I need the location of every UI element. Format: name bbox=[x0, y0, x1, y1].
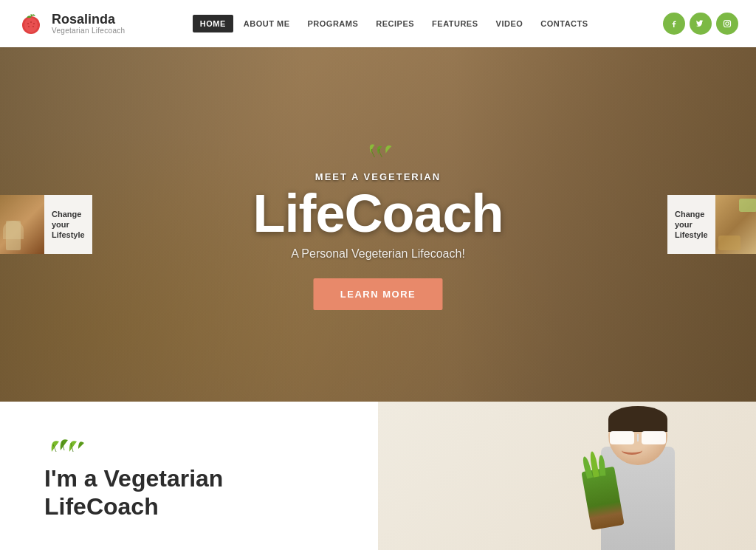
bottom-leaf-decoration bbox=[44, 431, 334, 458]
hero-title: LifeCoach bbox=[252, 187, 503, 240]
facebook-icon bbox=[670, 19, 678, 28]
bottom-right-panel bbox=[378, 402, 756, 550]
svg-point-6 bbox=[32, 26, 34, 27]
nav-contacts[interactable]: CONTACTS bbox=[533, 15, 595, 32]
bottom-title: I'm a Vegetarian LifeCoach bbox=[44, 464, 334, 521]
logo-text: Rosalinda Vegetarian Lifecoach bbox=[52, 13, 125, 35]
logo-name: Rosalinda bbox=[52, 13, 125, 27]
hero-subtitle: MEET A VEGETERIAN bbox=[252, 171, 503, 182]
instagram-icon bbox=[723, 19, 732, 28]
bottom-section: I'm a Vegetarian LifeCoach bbox=[0, 402, 756, 550]
main-nav: HOME ABOUT ME PROGRAMS RECIPES FEATURES … bbox=[193, 15, 596, 32]
nav-video[interactable]: VIDEO bbox=[489, 15, 531, 32]
strawberry-icon bbox=[18, 10, 44, 37]
instagram-button[interactable] bbox=[716, 13, 738, 35]
hero-content: MEET A VEGETERIAN LifeCoach A Personal V… bbox=[252, 139, 503, 310]
bottom-title-line1: I'm a Vegetarian bbox=[44, 465, 223, 492]
social-links bbox=[663, 13, 738, 35]
bottom-title-line2: LifeCoach bbox=[44, 493, 159, 520]
nav-home[interactable]: HOME bbox=[193, 15, 233, 32]
svg-point-1 bbox=[24, 18, 38, 32]
svg-point-9 bbox=[729, 21, 729, 22]
learn-more-button[interactable]: LEARN MORE bbox=[314, 278, 442, 310]
twitter-button[interactable] bbox=[690, 13, 712, 35]
hero-leaf-decoration bbox=[252, 139, 503, 165]
hero-left-thumbnail: Change your Lifestyle bbox=[0, 195, 89, 254]
hero-section: Change your Lifestyle Change your Lifest… bbox=[0, 47, 756, 402]
right-thumbnail-text: Change your Lifestyle bbox=[667, 195, 715, 254]
svg-point-4 bbox=[33, 23, 35, 24]
twitter-icon bbox=[696, 19, 705, 28]
nav-features[interactable]: FEATURES bbox=[425, 15, 485, 32]
svg-point-3 bbox=[30, 21, 32, 23]
bottom-left-panel: I'm a Vegetarian LifeCoach bbox=[0, 402, 378, 550]
nav-about[interactable]: ABOUT ME bbox=[236, 15, 298, 32]
svg-point-5 bbox=[28, 26, 30, 27]
logo-tagline: Vegetarian Lifecoach bbox=[52, 27, 125, 35]
left-thumbnail-text: Change your Lifestyle bbox=[44, 195, 92, 254]
hero-right-thumbnail: Change your Lifestyle bbox=[667, 195, 756, 254]
hero-description: A Personal Vegeterian Lifecoach! bbox=[252, 247, 503, 261]
nav-programs[interactable]: PROGRAMS bbox=[300, 15, 366, 32]
logo[interactable]: Rosalinda Vegetarian Lifecoach bbox=[18, 10, 125, 37]
svg-point-8 bbox=[726, 22, 729, 25]
svg-point-2 bbox=[27, 23, 29, 24]
facebook-button[interactable] bbox=[663, 13, 685, 35]
site-header: Rosalinda Vegetarian Lifecoach HOME ABOU… bbox=[0, 0, 756, 47]
nav-recipes[interactable]: RECIPES bbox=[368, 15, 422, 32]
